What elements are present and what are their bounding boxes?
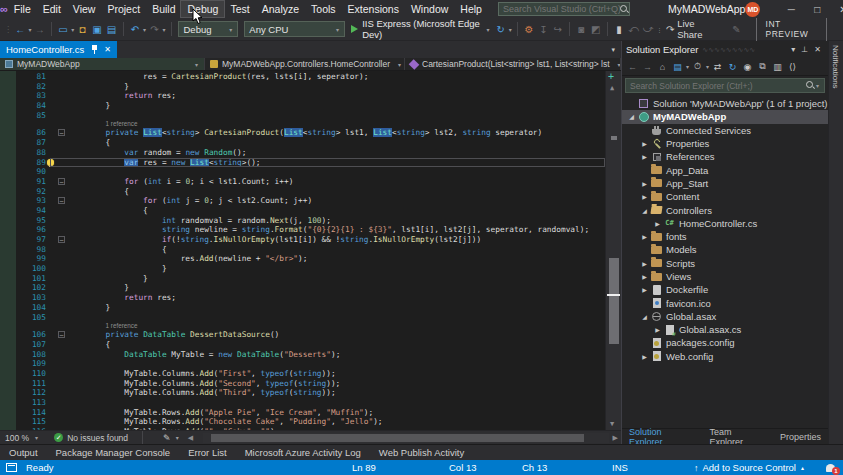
solution-explorer-header[interactable]: Solution Explorer ∿∿∿∿∿∿∿∿∿ ▾ ⊥ ✕ (622, 41, 828, 58)
code-line[interactable]: 96 string newline = string.Format("{0}{2… (0, 225, 605, 235)
horizontal-scroll-thumb[interactable] (211, 434, 584, 442)
tree-item-web-config[interactable]: ▶Web.config (622, 350, 828, 363)
refresh-dropdown[interactable]: ▾ (509, 26, 512, 33)
menu-extensions[interactable]: Extensions (342, 1, 405, 17)
code-line[interactable]: 86– private List<string> CartesianProduc… (0, 128, 605, 138)
code-line[interactable]: 90 (0, 167, 605, 177)
tree-item-favicon-ico[interactable]: favicon.ico (622, 296, 828, 309)
int-preview-button[interactable]: INT PREVIEW (756, 16, 828, 42)
feedback-icon[interactable]: ✎ (731, 22, 743, 36)
breadcrumb-project[interactable]: MyMADWebApp▾ (0, 58, 205, 70)
code-line[interactable]: 89 var res = new List<string>(); (0, 158, 605, 168)
expanded-arrow-icon[interactable]: ◢ (639, 313, 650, 320)
maximize-button[interactable]: □ (804, 0, 830, 18)
codelens-references[interactable]: 1 reference (0, 322, 605, 330)
search-box[interactable] (498, 2, 630, 16)
tree-item-dockerfile[interactable]: ▶Dockerfile (622, 283, 828, 296)
collapsed-arrow-icon[interactable]: ▶ (639, 273, 650, 280)
panel-pin-icon[interactable]: ⊥ (798, 45, 811, 54)
code-line[interactable]: 113 (0, 398, 605, 408)
scroll-left-icon[interactable]: ◀ (188, 434, 193, 442)
panel-close-icon[interactable]: ✕ (811, 45, 824, 54)
close-button[interactable]: ✕ (830, 0, 843, 18)
edit-mode-icon[interactable]: ✎ (163, 433, 171, 443)
pending-changes-icon[interactable]: ⏱ (691, 60, 704, 73)
refresh-icon[interactable]: ↻ (726, 60, 739, 73)
menu-build[interactable]: Build (146, 1, 181, 17)
menu-edit[interactable]: Edit (37, 1, 67, 17)
fold-collapse-icon[interactable]: – (58, 197, 65, 204)
menu-help[interactable]: Help (454, 1, 488, 17)
solution-search-input[interactable] (630, 81, 806, 91)
platform-select[interactable]: Any CPU▾ (244, 21, 345, 37)
switch-views-dropdown[interactable]: ▾ (686, 63, 689, 70)
tree-item-app-data[interactable]: App_Data (622, 163, 828, 176)
code-line[interactable]: 81 res = CartesianProduct(res, lsts[i], … (0, 72, 605, 82)
split-editor-handle[interactable]: + (608, 72, 614, 82)
code-line[interactable]: 97– if(!string.IsNullOrEmpty(lst1[i]) &&… (0, 235, 605, 245)
tree-item-connected-services[interactable]: Connected Services (622, 124, 828, 137)
code-line[interactable]: 91– for (int i = 0; i < lst1.Count; i++) (0, 177, 605, 187)
code-line[interactable]: 102 } (0, 283, 605, 293)
tree-item-views[interactable]: ▶Views (622, 270, 828, 283)
sync-active-document-icon[interactable]: ⇄ (711, 60, 724, 73)
vertical-scrollbar[interactable]: + ▲ ▼ (605, 71, 621, 430)
redo-icon[interactable]: ↷ (148, 22, 160, 36)
refresh-icon[interactable]: ↻ (494, 22, 506, 36)
tree-item-homecontroller-cs[interactable]: ▶C#HomeController.cs (622, 217, 828, 230)
collapsed-arrow-icon[interactable]: ▶ (639, 140, 650, 147)
scroll-down-icon[interactable]: ▼ (610, 420, 614, 428)
tree-item-models[interactable]: Models (622, 243, 828, 256)
menu-project[interactable]: Project (101, 1, 146, 17)
zoom-select[interactable]: 100 %▾ (0, 433, 44, 443)
horizontal-scrollbar[interactable] (203, 433, 609, 443)
code-line[interactable]: 110 MyTable.Columns.Add("First", typeof(… (0, 369, 605, 379)
tab-list-dropdown[interactable]: ▾ (611, 46, 621, 58)
minimize-button[interactable]: ─ (778, 0, 804, 18)
toolbar-overflow[interactable]: ⋮ (656, 26, 662, 33)
attach-process-icon[interactable]: ⚙ (523, 22, 535, 36)
fold-collapse-icon[interactable]: – (58, 331, 65, 338)
collapsed-arrow-icon[interactable]: ▶ (639, 260, 650, 267)
code-line[interactable]: 98 { (0, 245, 605, 255)
solution-search-dropdown[interactable]: ▾ (816, 82, 819, 89)
menu-window[interactable]: Window (405, 1, 454, 17)
open-folder-icon[interactable]: ◘ (76, 22, 88, 36)
notifications-bell-icon[interactable]: 1 (826, 464, 835, 472)
panel-tab-web-publish-activity[interactable]: Web Publish Activity (370, 447, 473, 458)
tab-close-icon[interactable]: ✕ (104, 45, 111, 54)
add-to-source-control-button[interactable]: Add to Source Control (703, 462, 796, 473)
code-line[interactable]: 95 int randomval = random.Next(j, 100); (0, 216, 605, 226)
bookmark-icon[interactable]: ▮ (613, 22, 625, 36)
code-line[interactable]: 112 MyTable.Columns.Add("Third", typeof(… (0, 388, 605, 398)
step-into-icon[interactable]: ↧ (537, 22, 549, 36)
expanded-arrow-icon[interactable]: ◢ (626, 113, 637, 120)
code-line[interactable]: 87 { (0, 138, 605, 148)
tree-item-controllers[interactable]: ◢Controllers (622, 203, 828, 216)
fold-collapse-icon[interactable]: – (58, 236, 65, 243)
code-editor[interactable]: 81 res = CartesianProduct(res, lsts[i], … (0, 71, 621, 430)
show-all-files-icon[interactable]: ▥ (771, 60, 784, 73)
status-insert-mode[interactable]: INS (608, 462, 632, 473)
back-icon[interactable]: ← (626, 60, 639, 73)
code-line[interactable]: 106– private DataTable DessertDataSource… (0, 330, 605, 340)
step-over-icon[interactable]: ↪ (552, 22, 564, 36)
redo-dropdown[interactable]: ▾ (163, 26, 166, 33)
issues-label[interactable]: No issues found (67, 433, 128, 443)
tree-item-references[interactable]: ▶References (622, 150, 828, 163)
vertical-scroll-thumb[interactable] (609, 258, 619, 344)
code-line[interactable]: 94 { (0, 206, 605, 216)
breakpoint-icon[interactable]: ◙ (575, 22, 587, 36)
menu-analyze[interactable]: Analyze (256, 1, 305, 17)
toolbar-grip[interactable]: ⋮ (4, 25, 11, 34)
new-project-icon[interactable]: ▭ (57, 22, 69, 36)
collapsed-arrow-icon[interactable]: ▶ (639, 193, 650, 200)
tree-item-content[interactable]: ▶Content (622, 190, 828, 203)
tree-item-app-start[interactable]: ▶App_Start (622, 177, 828, 190)
scroll-right-icon[interactable]: ▶ (613, 434, 618, 442)
new-project-dropdown[interactable]: ▾ (71, 26, 74, 33)
collapsed-arrow-icon[interactable]: ▶ (639, 286, 650, 293)
code-line[interactable]: 99 res.Add(newline + "</br>"); (0, 254, 605, 264)
status-line[interactable]: Ln 89 (348, 462, 380, 473)
next-bookmark-icon[interactable]: ⤻ (642, 22, 654, 36)
